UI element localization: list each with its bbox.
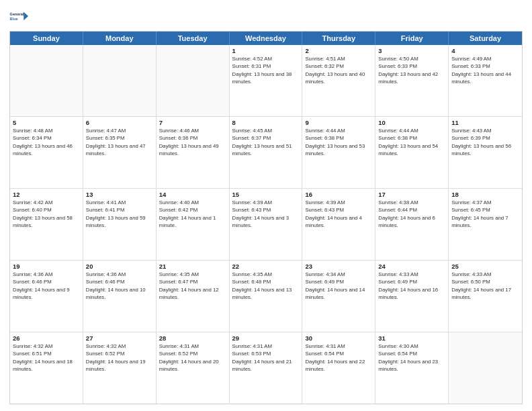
cal-cell-14: 14Sunrise: 4:40 AM Sunset: 6:42 PM Dayli… — [157, 189, 230, 260]
day-info: Sunrise: 4:31 AM Sunset: 6:53 PM Dayligh… — [232, 342, 300, 373]
logo-icon: GeneralBlue — [9, 7, 28, 26]
cal-cell-20: 20Sunrise: 4:36 AM Sunset: 6:46 PM Dayli… — [83, 261, 157, 332]
cal-header-thursday: Thursday — [302, 32, 375, 45]
day-number: 9 — [305, 119, 372, 126]
cal-cell-8: 8Sunrise: 4:45 AM Sunset: 6:37 PM Daylig… — [230, 117, 303, 188]
day-info: Sunrise: 4:32 AM Sunset: 6:52 PM Dayligh… — [86, 342, 153, 373]
cal-cell-1: 1Sunrise: 4:52 AM Sunset: 6:31 PM Daylig… — [230, 45, 303, 116]
day-info: Sunrise: 4:42 AM Sunset: 6:40 PM Dayligh… — [13, 199, 80, 229]
day-info: Sunrise: 4:34 AM Sunset: 6:49 PM Dayligh… — [305, 271, 372, 301]
day-info: Sunrise: 4:33 AM Sunset: 6:49 PM Dayligh… — [378, 271, 445, 301]
day-number: 27 — [86, 334, 153, 342]
day-info: Sunrise: 4:43 AM Sunset: 6:39 PM Dayligh… — [451, 127, 519, 157]
day-info: Sunrise: 4:49 AM Sunset: 6:33 PM Dayligh… — [451, 55, 519, 85]
svg-text:Blue: Blue — [10, 17, 18, 21]
cal-cell-30: 30Sunrise: 4:31 AM Sunset: 6:54 PM Dayli… — [302, 332, 375, 404]
cal-cell-28: 28Sunrise: 4:31 AM Sunset: 6:52 PM Dayli… — [157, 332, 230, 404]
cal-row-0: 1Sunrise: 4:52 AM Sunset: 6:31 PM Daylig… — [10, 45, 522, 116]
cal-cell-15: 15Sunrise: 4:39 AM Sunset: 6:43 PM Dayli… — [230, 189, 303, 260]
day-number: 15 — [232, 191, 300, 198]
day-info: Sunrise: 4:46 AM Sunset: 6:36 PM Dayligh… — [159, 127, 226, 157]
day-info: Sunrise: 4:50 AM Sunset: 6:33 PM Dayligh… — [378, 55, 445, 85]
day-number: 7 — [159, 119, 226, 126]
day-info: Sunrise: 4:32 AM Sunset: 6:51 PM Dayligh… — [13, 342, 80, 373]
day-info: Sunrise: 4:38 AM Sunset: 6:44 PM Dayligh… — [378, 199, 445, 229]
cal-cell-9: 9Sunrise: 4:44 AM Sunset: 6:38 PM Daylig… — [302, 117, 375, 188]
cal-header-friday: Friday — [375, 32, 449, 45]
day-info: Sunrise: 4:48 AM Sunset: 6:34 PM Dayligh… — [13, 127, 80, 157]
cal-header-sunday: Sunday — [10, 32, 83, 45]
day-number: 16 — [305, 191, 372, 198]
cal-cell-19: 19Sunrise: 4:36 AM Sunset: 6:46 PM Dayli… — [10, 261, 83, 332]
day-number: 19 — [13, 263, 80, 270]
cal-cell-16: 16Sunrise: 4:39 AM Sunset: 6:43 PM Dayli… — [302, 189, 375, 260]
cal-cell-13: 13Sunrise: 4:41 AM Sunset: 6:41 PM Dayli… — [83, 189, 157, 260]
day-info: Sunrise: 4:39 AM Sunset: 6:43 PM Dayligh… — [305, 199, 372, 229]
page: GeneralBlue SundayMondayTuesdayWednesday… — [0, 0, 532, 411]
cal-cell-7: 7Sunrise: 4:46 AM Sunset: 6:36 PM Daylig… — [157, 117, 230, 188]
day-number: 23 — [305, 263, 372, 270]
cal-row-1: 5Sunrise: 4:48 AM Sunset: 6:34 PM Daylig… — [10, 116, 522, 188]
cal-cell-17: 17Sunrise: 4:38 AM Sunset: 6:44 PM Dayli… — [375, 189, 449, 260]
day-info: Sunrise: 4:33 AM Sunset: 6:50 PM Dayligh… — [451, 271, 519, 301]
day-number: 25 — [451, 263, 519, 270]
cal-cell-4: 4Sunrise: 4:49 AM Sunset: 6:33 PM Daylig… — [449, 45, 522, 116]
day-info: Sunrise: 4:51 AM Sunset: 6:32 PM Dayligh… — [305, 55, 372, 85]
cal-cell-22: 22Sunrise: 4:35 AM Sunset: 6:48 PM Dayli… — [230, 261, 303, 332]
day-number: 3 — [378, 47, 445, 54]
day-info: Sunrise: 4:47 AM Sunset: 6:35 PM Dayligh… — [86, 127, 153, 157]
cal-cell-21: 21Sunrise: 4:35 AM Sunset: 6:47 PM Dayli… — [157, 261, 230, 332]
cal-cell-26: 26Sunrise: 4:32 AM Sunset: 6:51 PM Dayli… — [10, 332, 83, 404]
day-number: 18 — [451, 191, 519, 198]
day-number: 2 — [305, 47, 372, 54]
cal-cell-empty-0-0 — [10, 45, 83, 116]
cal-cell-2: 2Sunrise: 4:51 AM Sunset: 6:32 PM Daylig… — [302, 45, 375, 116]
day-number: 13 — [86, 191, 153, 198]
day-number: 5 — [13, 119, 80, 126]
cal-cell-6: 6Sunrise: 4:47 AM Sunset: 6:35 PM Daylig… — [83, 117, 157, 188]
cal-header-saturday: Saturday — [449, 32, 522, 45]
cal-cell-empty-4-6 — [449, 332, 522, 404]
day-number: 12 — [13, 191, 80, 198]
day-info: Sunrise: 4:36 AM Sunset: 6:46 PM Dayligh… — [13, 271, 80, 301]
day-info: Sunrise: 4:36 AM Sunset: 6:46 PM Dayligh… — [86, 271, 153, 301]
cal-header-monday: Monday — [83, 32, 157, 45]
cal-header-wednesday: Wednesday — [230, 32, 303, 45]
day-info: Sunrise: 4:44 AM Sunset: 6:38 PM Dayligh… — [378, 127, 445, 157]
day-info: Sunrise: 4:37 AM Sunset: 6:45 PM Dayligh… — [451, 199, 519, 229]
day-number: 22 — [232, 263, 300, 270]
cal-cell-29: 29Sunrise: 4:31 AM Sunset: 6:53 PM Dayli… — [230, 332, 303, 404]
day-number: 14 — [159, 191, 226, 198]
day-number: 31 — [378, 334, 445, 342]
day-number: 1 — [232, 47, 300, 54]
logo: GeneralBlue — [9, 7, 31, 26]
day-number: 10 — [378, 119, 445, 126]
day-number: 17 — [378, 191, 445, 198]
cal-cell-empty-0-2 — [157, 45, 230, 116]
cal-cell-11: 11Sunrise: 4:43 AM Sunset: 6:39 PM Dayli… — [449, 117, 522, 188]
day-info: Sunrise: 4:45 AM Sunset: 6:37 PM Dayligh… — [232, 127, 300, 157]
cal-cell-3: 3Sunrise: 4:50 AM Sunset: 6:33 PM Daylig… — [375, 45, 449, 116]
calendar: SundayMondayTuesdayWednesdayThursdayFrid… — [9, 31, 523, 404]
day-info: Sunrise: 4:35 AM Sunset: 6:48 PM Dayligh… — [232, 271, 300, 301]
day-info: Sunrise: 4:52 AM Sunset: 6:31 PM Dayligh… — [232, 55, 300, 85]
cal-cell-24: 24Sunrise: 4:33 AM Sunset: 6:49 PM Dayli… — [375, 261, 449, 332]
day-number: 30 — [305, 334, 372, 342]
day-number: 4 — [451, 47, 519, 54]
day-info: Sunrise: 4:41 AM Sunset: 6:41 PM Dayligh… — [86, 199, 153, 229]
header: GeneralBlue — [9, 7, 523, 26]
day-info: Sunrise: 4:35 AM Sunset: 6:47 PM Dayligh… — [159, 271, 226, 301]
day-number: 6 — [86, 119, 153, 126]
cal-cell-12: 12Sunrise: 4:42 AM Sunset: 6:40 PM Dayli… — [10, 189, 83, 260]
cal-row-2: 12Sunrise: 4:42 AM Sunset: 6:40 PM Dayli… — [10, 188, 522, 260]
cal-cell-27: 27Sunrise: 4:32 AM Sunset: 6:52 PM Dayli… — [83, 332, 157, 404]
cal-cell-23: 23Sunrise: 4:34 AM Sunset: 6:49 PM Dayli… — [302, 261, 375, 332]
cal-cell-empty-0-1 — [83, 45, 157, 116]
day-info: Sunrise: 4:30 AM Sunset: 6:54 PM Dayligh… — [378, 342, 445, 373]
cal-row-3: 19Sunrise: 4:36 AM Sunset: 6:46 PM Dayli… — [10, 260, 522, 332]
day-number: 28 — [159, 334, 226, 342]
cal-cell-18: 18Sunrise: 4:37 AM Sunset: 6:45 PM Dayli… — [449, 189, 522, 260]
day-number: 20 — [86, 263, 153, 270]
day-info: Sunrise: 4:39 AM Sunset: 6:43 PM Dayligh… — [232, 199, 300, 229]
day-number: 11 — [451, 119, 519, 126]
